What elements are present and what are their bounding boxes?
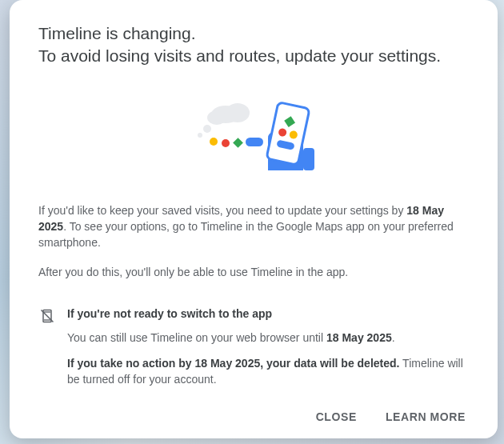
- no-phone-icon: [38, 307, 56, 325]
- sec2-bold: If you take no action by 18 May 2025, yo…: [67, 357, 399, 370]
- svg-point-1: [226, 103, 250, 122]
- dialog-actions: CLOSE LEARN MORE: [38, 398, 469, 428]
- title-line-1: Timeline is changing.: [38, 22, 469, 45]
- p1-post: . To see your options, go to Timeline in…: [38, 220, 454, 249]
- dot-yellow-icon: [210, 138, 218, 146]
- p1-pre: If you'd like to keep your saved visits,…: [38, 204, 406, 217]
- paragraph-2: After you do this, you'll only be able t…: [38, 264, 469, 280]
- sec1-pre: You can still use Timeline on your web b…: [67, 331, 326, 344]
- section-heading: If you're not ready to switch to the app: [67, 307, 469, 320]
- svg-point-3: [203, 125, 211, 133]
- diamond-green-icon: [233, 138, 243, 148]
- sec1-deadline: 18 May 2025: [326, 331, 392, 344]
- section-line-2: If you take no action by 18 May 2025, yo…: [67, 355, 469, 388]
- close-button[interactable]: CLOSE: [313, 406, 360, 428]
- learn-more-button[interactable]: LEARN MORE: [382, 406, 469, 428]
- sec1-post: .: [392, 331, 395, 344]
- pill-blue-icon: [246, 138, 263, 146]
- hand-phone-illustration: [182, 100, 326, 180]
- dot-red-icon: [222, 139, 230, 147]
- title-line-2: To avoid losing visits and routes, updat…: [38, 45, 469, 67]
- cloud-icon: [198, 103, 250, 138]
- svg-point-2: [207, 110, 226, 125]
- paragraph-1: If you'd like to keep your saved visits,…: [38, 202, 469, 251]
- timeline-changing-dialog: Timeline is changing. To avoid losing vi…: [10, 0, 498, 438]
- svg-rect-5: [303, 148, 314, 170]
- section-line-1: You can still use Timeline on your web b…: [67, 330, 469, 346]
- dialog-title: Timeline is changing. To avoid losing vi…: [38, 22, 469, 68]
- not-ready-section: If you're not ready to switch to the app…: [38, 307, 469, 398]
- svg-point-4: [198, 133, 202, 138]
